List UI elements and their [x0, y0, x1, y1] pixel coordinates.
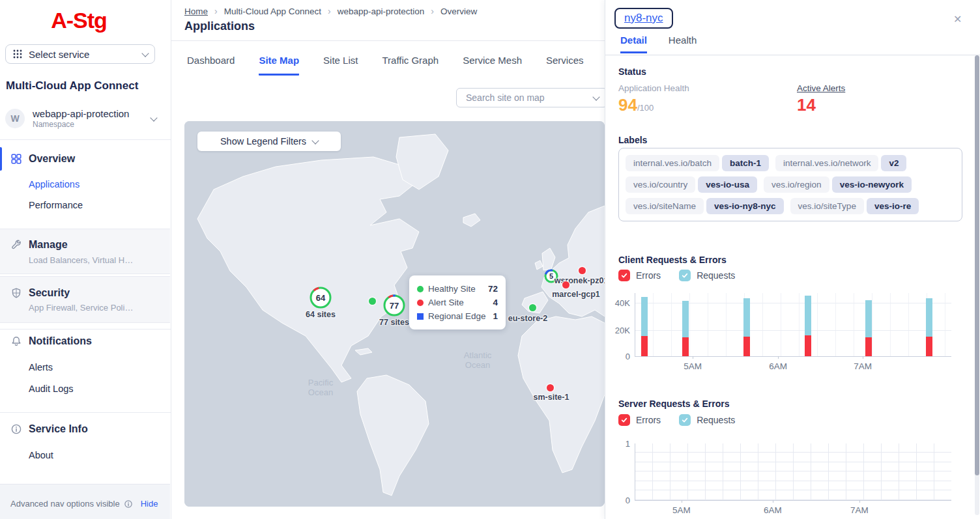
tab-traffic-graph[interactable]: Traffic Graph	[382, 55, 439, 76]
namespace-selector[interactable]: W webapp-api-protection Namespace	[5, 106, 166, 131]
label-key-chip: ves.io/siteName	[626, 198, 704, 214]
scrollbar-thumb[interactable]	[975, 55, 979, 475]
errors-checkbox-item[interactable]: Errors	[618, 270, 661, 281]
errors-checkbox-icon[interactable]	[618, 270, 630, 281]
alert-site-marker[interactable]	[562, 281, 569, 288]
sidebar-footer: Advanced nav options visible Hide	[0, 484, 170, 519]
tab-site-list[interactable]: Site List	[323, 55, 358, 76]
sidebar-item-service-info[interactable]: Service Info	[0, 421, 170, 437]
apps-grid-icon	[12, 49, 23, 59]
world-map[interactable]: Show Legend Filters Healthy Site 72 Aler…	[184, 121, 605, 507]
tab-site-map[interactable]: Site Map	[259, 55, 299, 76]
x-axis-tick	[682, 500, 682, 503]
requests-checkbox-icon[interactable]	[679, 270, 691, 281]
wrench-icon	[10, 239, 22, 251]
sidebar: A-Stg Select service Multi-Cloud App Con…	[0, 0, 171, 519]
requests-bar-segment	[926, 298, 932, 337]
y-axis-label: 0	[605, 496, 630, 505]
site-cluster-marker[interactable]: 64	[310, 287, 332, 309]
page-title: Applications	[184, 20, 255, 33]
sidebar-item-manage[interactable]: Manage	[0, 237, 170, 253]
legend-row-regional-edge: Regional Edge 1	[417, 309, 498, 323]
tab-service-mesh[interactable]: Service Mesh	[463, 55, 522, 76]
legend-row-alert: Alert Site 4	[417, 296, 498, 309]
tab-services[interactable]: Services	[546, 55, 584, 76]
breadcrumb-home[interactable]: Home	[184, 7, 208, 16]
stacked-bar	[805, 296, 811, 356]
breadcrumb: Home › Multi-Cloud App Connect › webapp-…	[184, 6, 477, 16]
client-chart-x-axis: 5AM6AM7AM	[635, 356, 951, 372]
show-legend-filters-button[interactable]: Show Legend Filters	[197, 132, 341, 151]
label-value-chip: batch-1	[722, 155, 769, 171]
sidebar-item-about[interactable]: About	[29, 450, 53, 460]
chevron-down-icon	[592, 93, 599, 100]
sidebar-item-label: Notifications	[29, 335, 92, 347]
search-input[interactable]	[465, 92, 594, 104]
label-pair: ves.io/country ves-io-usa	[626, 176, 757, 193]
tab-dashboard[interactable]: Dashboard	[187, 55, 235, 76]
site-detail-panel: ny8-nyc ✕ Detail Health Status Applicati…	[605, 0, 980, 519]
ocean-label-atlantic: Atlantic Ocean	[464, 350, 492, 370]
select-service-dropdown[interactable]: Select service	[5, 44, 155, 64]
divider	[171, 40, 614, 41]
breadcrumb-item[interactable]: webapp-api-protection	[338, 7, 425, 16]
sidebar-item-label: Manage	[29, 239, 68, 251]
legend-value: 4	[493, 298, 498, 307]
requests-checkbox-item[interactable]: Requests	[679, 270, 735, 281]
panel-tabs: Detail Health	[620, 35, 697, 53]
breadcrumb-separator: ›	[214, 6, 218, 16]
tab-health[interactable]: Health	[669, 35, 697, 53]
site-name-link[interactable]: ny8-nyc	[624, 12, 663, 24]
label-pair: internal.ves.io/network v2	[775, 155, 906, 171]
map-site-search[interactable]	[456, 88, 607, 107]
cluster-sites-label: 64 sites	[306, 310, 336, 319]
site-cluster-marker[interactable]: 77	[383, 294, 405, 316]
hide-nav-link[interactable]: Hide	[141, 499, 158, 509]
requests-checkbox-icon[interactable]	[679, 414, 691, 426]
labels-box: internal.ves.io/batch batch-1 internal.v…	[618, 148, 962, 221]
view-tabs: Dashboard Site Map Site List Traffic Gra…	[187, 55, 614, 76]
sidebar-item-subtitle: Load Balancers, Virtual H…	[29, 255, 133, 265]
site-name-label: marcel-gcp1	[552, 290, 600, 299]
x-axis-tick	[778, 356, 779, 359]
label-value-chip: ves-io-ny8-nyc	[706, 198, 784, 214]
sidebar-item-subtitle: App Firewall, Service Poli…	[29, 303, 133, 313]
alert-site-dot-icon	[417, 300, 424, 306]
alert-site-marker[interactable]	[579, 267, 586, 274]
close-icon[interactable]: ✕	[953, 13, 962, 25]
server-requests-chart	[635, 443, 951, 501]
sidebar-item-audit-logs[interactable]: Audit Logs	[29, 384, 74, 394]
breadcrumb-item[interactable]: Multi-Cloud App Connect	[224, 7, 321, 16]
errors-checkbox-item[interactable]: Errors	[618, 414, 661, 426]
health-score: 94	[618, 95, 637, 115]
errors-checkbox-icon[interactable]	[618, 414, 630, 426]
healthy-site-marker[interactable]	[369, 298, 376, 305]
label-value-chip: v2	[881, 155, 906, 171]
application-health-value: 94/100	[618, 95, 654, 115]
alert-site-marker[interactable]	[547, 384, 554, 391]
stacked-bar	[641, 297, 648, 356]
stacked-bar	[682, 301, 689, 356]
sidebar-item-label: Service Info	[29, 423, 88, 435]
active-alerts-link[interactable]: Active Alerts	[797, 83, 845, 93]
legend-value: 72	[488, 284, 498, 294]
map-legend: Healthy Site 72 Alert Site 4 Regional Ed…	[409, 275, 506, 330]
healthy-site-marker[interactable]	[529, 304, 536, 311]
sidebar-item-alerts[interactable]: Alerts	[29, 362, 53, 372]
sidebar-item-performance[interactable]: Performance	[29, 200, 83, 210]
sidebar-item-notifications[interactable]: Notifications	[0, 333, 170, 349]
errors-bar-segment	[926, 337, 932, 356]
sidebar-item-security[interactable]: Security	[0, 285, 170, 301]
sidebar-item-overview[interactable]: Overview	[0, 151, 170, 167]
advanced-nav-text: Advanced nav options visible	[10, 499, 120, 509]
sidebar-item-applications[interactable]: Applications	[29, 179, 79, 189]
cluster-sites-label: 77 sites	[379, 318, 409, 327]
breadcrumb-item[interactable]: Overview	[440, 7, 477, 16]
requests-checkbox-item[interactable]: Requests	[679, 414, 735, 426]
label-key-chip: internal.ves.io/network	[775, 155, 878, 171]
panel-scrollbar[interactable]	[975, 55, 979, 515]
tab-detail[interactable]: Detail	[620, 35, 647, 53]
info-icon	[124, 499, 133, 509]
brand-logo[interactable]: A-Stg	[46, 5, 112, 35]
grid-icon	[10, 153, 22, 165]
